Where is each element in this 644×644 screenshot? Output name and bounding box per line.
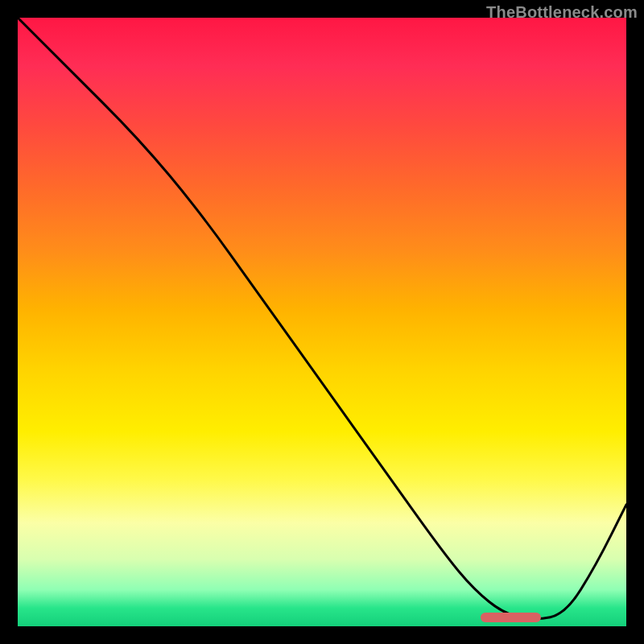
bottleneck-curve-path xyxy=(18,18,626,619)
optimal-range-marker xyxy=(481,613,542,622)
plot-area xyxy=(18,18,626,626)
curve-svg xyxy=(18,18,626,626)
watermark-text: TheBottleneck.com xyxy=(486,3,638,22)
chart-frame: TheBottleneck.com xyxy=(0,0,644,644)
